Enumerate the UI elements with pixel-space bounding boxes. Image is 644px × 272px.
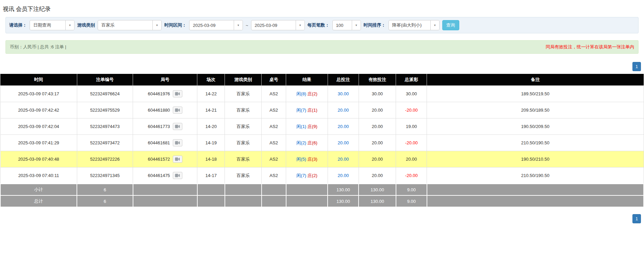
summary-row: 总计6130.00130.009.00 [0,195,644,207]
video-replay-icon[interactable] [173,172,182,179]
video-replay-icon[interactable] [173,123,182,130]
cell-round-id: 604461572 [133,151,197,167]
column-header: 局号 [133,74,197,86]
time-sort-value: 降幂(由大到小) [389,22,430,28]
page-number-button[interactable]: 1 [632,62,641,71]
result-player: 闲(7) [296,173,306,178]
summary-count: 6 [77,195,133,207]
column-header: 桌号 [262,74,286,86]
summary-label: 小计 [0,184,77,195]
cell-result: 闲(2) 庄(6) [286,135,328,151]
chevron-down-icon: ▼ [430,20,439,30]
cell-payout: -20.00 [396,102,427,118]
cell-session: 14-18 [197,151,225,167]
result-player: 闲(8) [296,91,306,96]
cell-bet-id: 522324973472 [77,135,133,151]
total-bet-link[interactable]: 20.00 [338,140,349,145]
cell-note: 210.50/190.50 [427,135,644,151]
summary-count: 6 [77,184,133,195]
pagination-top: 1 [0,62,644,71]
cell-total-bet: 20.00 [328,135,359,151]
summary-label: 总计 [0,195,77,207]
result-banker: 庄(1) [308,108,317,113]
cell-game-type: 百家乐 [225,118,262,135]
cell-game-type: 百家乐 [225,86,262,102]
cell-bet-id: 522324974473 [77,118,133,135]
cell-table-no: AS2 [262,86,286,102]
cell-table-no: AS2 [262,151,286,167]
cell-game-type: 百家乐 [225,102,262,118]
search-button[interactable]: 查询 [442,20,459,30]
total-bet-link[interactable]: 20.00 [338,173,349,178]
cell-bet-id: 522324972226 [77,151,133,167]
table-row: 2025-03-09 07:42:42522324975529604461880… [0,102,644,118]
video-replay-icon[interactable] [173,90,182,97]
cell-session: 14-17 [197,167,225,184]
cell-total-bet: 20.00 [328,167,359,184]
cell-note: 190.50/209.50 [427,118,644,135]
total-bet-link[interactable]: 20.00 [338,124,349,129]
cell-total-bet: 20.00 [328,102,359,118]
column-header: 总投注 [328,74,359,86]
table-row: 2025-03-09 07:40:11522324971345604461475… [0,167,644,184]
summary-row: 小计6130.00130.009.00 [0,184,644,195]
summary-total-bet: 130.00 [328,195,359,207]
cell-payout: 20.00 [396,151,427,167]
time-sort-select[interactable]: 降幂(由大到小) ▼ [389,20,440,30]
date-to-select[interactable]: 2025-03-09 ▼ [251,20,305,30]
cell-payout: 19.00 [396,118,427,135]
cell-payout: 30.00 [396,86,427,102]
chevron-down-icon: ▼ [234,20,243,30]
cell-round-id: 604461681 [133,135,197,151]
cell-bet-id: 522324971345 [77,167,133,184]
page-size-value: 100 [333,23,352,28]
cell-session: 14-22 [197,86,225,102]
date-from-select[interactable]: 2025-03-09 ▼ [189,20,243,30]
cell-bet-id: 522324976624 [77,86,133,102]
chevron-down-icon: ▼ [352,20,361,30]
cell-round-id: 604461773 [133,118,197,135]
cell-result: 闲(8) 庄(2) [286,86,328,102]
video-replay-icon[interactable] [173,139,182,146]
query-type-label: 请选择： [9,22,27,28]
cell-round-id: 604461976 [133,86,197,102]
currency-total-text: 币别：人民币 | 总共 :6 注单 | [10,44,66,50]
date-from-value: 2025-03-09 [189,23,234,28]
video-replay-icon[interactable] [173,107,182,114]
total-bet-link[interactable]: 20.00 [338,157,349,162]
column-header: 注单编号 [77,74,133,86]
cell-total-bet: 20.00 [328,118,359,135]
cell-valid-bet: 20.00 [359,102,396,118]
game-type-value: 百家乐 [98,22,152,28]
cell-time: 2025-03-09 07:40:11 [0,167,77,184]
cell-bet-id: 522324975529 [77,102,133,118]
result-banker: 庄(9) [308,124,317,129]
cell-note: 210.50/190.50 [427,167,644,184]
cell-note: 189.50/219.50 [427,86,644,102]
cell-game-type: 百家乐 [225,151,262,167]
total-bet-link[interactable]: 20.00 [338,108,349,113]
page-title: 视讯 会员下注纪录 [0,0,644,17]
page-size-select[interactable]: 100 ▼ [332,20,361,30]
query-type-select[interactable]: 日期查询 ▼ [30,20,75,30]
cell-valid-bet: 30.00 [359,86,396,102]
cell-total-bet: 20.00 [328,151,359,167]
bet-records-table: 时间注单编号局号场次游戏类别桌号结果总投注有效投注总派彩备注 2025-03-0… [0,74,644,207]
cell-table-no: AS2 [262,135,286,151]
chevron-down-icon: ▼ [296,20,304,30]
result-player: 闲(2) [296,140,306,145]
cell-time: 2025-03-09 07:42:42 [0,102,77,118]
cell-table-no: AS2 [262,167,286,184]
video-replay-icon[interactable] [173,156,182,163]
summary-valid-bet: 130.00 [359,184,396,195]
total-bet-link[interactable]: 30.00 [338,91,349,96]
cell-valid-bet: 20.00 [359,167,396,184]
chevron-down-icon: ▼ [152,20,161,30]
summary-payout: 9.00 [396,195,427,207]
game-type-select[interactable]: 百家乐 ▼ [98,20,162,30]
table-header-row: 时间注单编号局号场次游戏类别桌号结果总投注有效投注总派彩备注 [0,74,644,86]
page-size-label: 每页笔数： [308,22,330,28]
summary-bar: 币别：人民币 | 总共 :6 注单 | 同局有效投注，统一计算在该局第一张注单内 [5,40,639,54]
cell-time: 2025-03-09 07:42:04 [0,118,77,135]
page-number-button[interactable]: 1 [632,214,641,223]
